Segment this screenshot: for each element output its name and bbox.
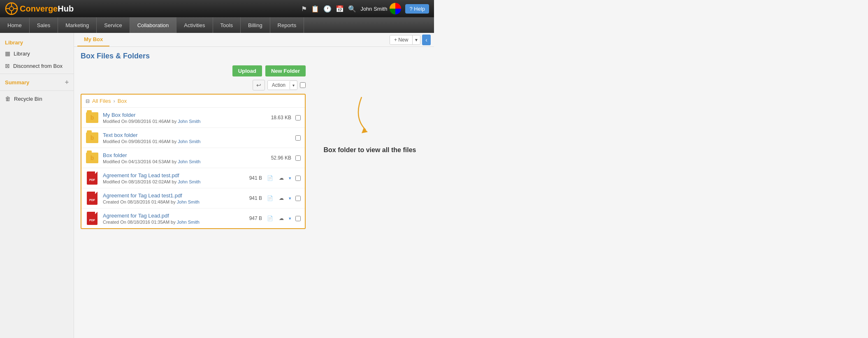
file-browser: ⊟ All Files › Box b My Box: [81, 94, 306, 229]
file-size: 941 B: [237, 175, 262, 181]
content-left: Box Files & Folders Upload New Folder ↩ …: [81, 52, 306, 333]
file-info: Agreement for Tag Lead test.pdf Modified…: [103, 172, 233, 184]
sidebar-summary-label: Summary: [5, 79, 29, 86]
upload-file-icon[interactable]: ☁: [278, 215, 285, 222]
file-action-icon[interactable]: 📄: [266, 194, 274, 202]
logo: ConvergeHub: [5, 2, 74, 15]
file-meta: Created On 08/18/2016 01:35AM by John Sm…: [103, 220, 233, 225]
file-name[interactable]: Agreement for Tag Lead test.pdf: [103, 172, 233, 178]
breadcrumb: ⊟ All Files › Box: [81, 95, 305, 108]
main-nav: Home Sales Marketing Service Collaborati…: [0, 17, 434, 33]
table-row: b My Box folder Modified On 09/08/2016 0…: [81, 108, 305, 128]
file-size: 941 B: [237, 195, 262, 201]
file-size: 52.96 KB: [267, 155, 291, 161]
row-checkbox[interactable]: [295, 196, 301, 201]
annotation-text: Box folder to view all the files: [312, 146, 427, 155]
new-folder-button[interactable]: New Folder: [265, 65, 306, 76]
action-select-arrow[interactable]: ▾: [290, 81, 297, 89]
file-action-icon[interactable]: 📄: [266, 215, 274, 222]
nav-service[interactable]: Service: [97, 17, 130, 33]
file-size: 18.63 KB: [267, 115, 291, 120]
user-name: John Smith: [360, 6, 387, 12]
action-dropdown-bar: ↩ Action ▾: [81, 80, 306, 90]
sidebar-item-disconnect-label: Disconnect from Box: [13, 63, 63, 69]
file-name[interactable]: Text box folder: [103, 132, 262, 138]
file-info: My Box folder Modified On 09/08/2016 01:…: [103, 112, 262, 124]
upload-file-icon[interactable]: ☁: [278, 194, 285, 202]
disconnect-icon: ⊠: [5, 63, 10, 69]
file-meta: Modified On 04/13/2016 04:53AM by John S…: [103, 159, 262, 164]
nav-home[interactable]: Home: [0, 17, 30, 33]
row-checkbox[interactable]: [295, 216, 301, 221]
file-action-icon[interactable]: 📄: [266, 174, 274, 182]
sidebar-item-disconnect[interactable]: ⊠ Disconnect from Box: [0, 60, 74, 72]
breadcrumb-all-files[interactable]: All Files: [92, 98, 111, 104]
clock-icon[interactable]: 🕐: [323, 5, 332, 13]
row-checkbox[interactable]: [295, 135, 301, 141]
sidebar-summary-plus[interactable]: +: [65, 79, 69, 86]
row-chevron[interactable]: ▾: [289, 196, 291, 201]
row-chevron[interactable]: ▾: [289, 216, 291, 221]
nav-tools[interactable]: Tools: [213, 17, 241, 33]
nav-collaboration[interactable]: Collaboration: [130, 17, 177, 33]
pdf-icon: PDF: [86, 192, 99, 205]
nav-sales[interactable]: Sales: [30, 17, 58, 33]
header: ConvergeHub ⚑ 📋 🕐 📅 🔍 John Smith ? Help: [0, 0, 434, 17]
sidebar-item-library[interactable]: ▦ Library: [0, 47, 74, 60]
tab-bar: My Box + New ▾ ‹: [74, 33, 434, 47]
clipboard-icon[interactable]: 📋: [311, 5, 319, 13]
breadcrumb-separator: ›: [114, 98, 115, 104]
folder-icon: b: [86, 111, 99, 124]
new-button-main[interactable]: + New: [390, 35, 413, 44]
action-bar: Upload New Folder: [81, 65, 306, 76]
nav-activities[interactable]: Activities: [176, 17, 213, 33]
table-row: b Text box folder Modified On 09/08/2016…: [81, 128, 305, 148]
nav-marketing[interactable]: Marketing: [58, 17, 97, 33]
table-row: b Box folder Modified On 04/13/2016 04:5…: [81, 148, 305, 168]
flag-icon[interactable]: ⚑: [301, 5, 307, 13]
file-meta: Modified On 09/08/2016 01:46AM by John S…: [103, 119, 262, 124]
undo-button[interactable]: ↩: [253, 80, 265, 90]
file-name[interactable]: Agreement for Tag Lead test1.pdf: [103, 192, 233, 199]
help-button[interactable]: ? Help: [405, 4, 429, 14]
file-list: b My Box folder Modified On 09/08/2016 0…: [81, 108, 305, 228]
row-checkbox[interactable]: [295, 115, 301, 120]
logo-icon: [5, 2, 18, 15]
svg-point-1: [9, 7, 14, 11]
new-button-dropdown[interactable]: ▾: [413, 35, 420, 44]
header-right: ⚑ 📋 🕐 📅 🔍 John Smith ? Help: [301, 3, 429, 14]
file-meta: Modified On 09/08/2016 01:46AM by John S…: [103, 139, 262, 144]
file-name[interactable]: Agreement for Tag Lead.pdf: [103, 213, 233, 219]
row-checkbox[interactable]: [295, 176, 301, 181]
calendar-icon[interactable]: 📅: [336, 5, 344, 13]
file-name[interactable]: My Box folder: [103, 112, 262, 118]
recycle-icon: 🗑: [5, 95, 11, 102]
annotation-arrow: [329, 93, 411, 142]
collapse-button[interactable]: ‹: [422, 35, 431, 45]
row-chevron[interactable]: ▾: [289, 176, 291, 181]
sidebar-item-recycle-label: Recycle Bin: [14, 96, 42, 102]
breadcrumb-current: Box: [118, 98, 127, 104]
tabs: My Box: [77, 33, 109, 46]
breadcrumb-icon: ⊟: [86, 98, 90, 104]
nav-reports[interactable]: Reports: [270, 17, 304, 33]
upload-button[interactable]: Upload: [232, 65, 262, 76]
file-name[interactable]: Box folder: [103, 152, 262, 158]
sidebar-item-summary[interactable]: Summary +: [0, 76, 74, 89]
sidebar-section-library: Library: [0, 37, 74, 47]
tab-my-box[interactable]: My Box: [77, 33, 109, 46]
select-all-checkbox[interactable]: [300, 82, 306, 88]
upload-file-icon[interactable]: ☁: [278, 174, 285, 182]
annotation: Box folder to view all the files: [312, 52, 427, 333]
row-checkbox[interactable]: [295, 155, 301, 161]
page-title: Box Files & Folders: [81, 52, 306, 60]
folder-icon: b: [86, 131, 99, 144]
search-icon[interactable]: 🔍: [348, 5, 356, 13]
nav-billing[interactable]: Billing: [241, 17, 270, 33]
folder-icon: b: [86, 151, 99, 164]
file-size: 947 B: [237, 215, 262, 221]
sidebar-item-recycle[interactable]: 🗑 Recycle Bin: [0, 93, 74, 105]
action-select: Action ▾: [267, 80, 297, 90]
content-area: Box Files & Folders Upload New Folder ↩ …: [74, 47, 434, 338]
sidebar-divider: [0, 74, 74, 74]
